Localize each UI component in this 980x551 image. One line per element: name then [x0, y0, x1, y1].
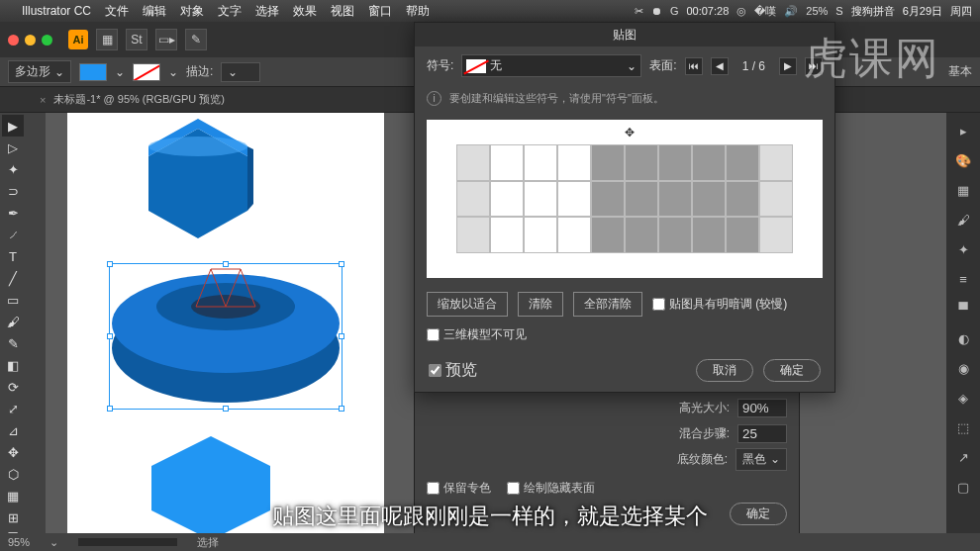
- draw-hidden-checkbox[interactable]: 绘制隐藏表面: [507, 480, 595, 497]
- preserve-spot-checkbox[interactable]: 保留专色: [427, 480, 491, 497]
- mesh-tool[interactable]: ⊞: [2, 506, 24, 528]
- rotate-tool[interactable]: ⟳: [2, 376, 24, 398]
- ok-button[interactable]: 确定: [763, 359, 821, 382]
- clear-button[interactable]: 清除: [518, 292, 563, 317]
- appearance-panel-icon[interactable]: ◉: [951, 356, 975, 380]
- properties-panel-icon[interactable]: ▸: [951, 119, 975, 142]
- preview-checkbox[interactable]: 预览: [429, 360, 477, 381]
- highlight-size-input[interactable]: [737, 399, 787, 417]
- window-controls: [8, 35, 52, 46]
- menu-effect[interactable]: 效果: [293, 3, 317, 20]
- menu-select[interactable]: 选择: [255, 3, 279, 20]
- scissors-icon[interactable]: ✂: [635, 5, 643, 18]
- rectangle-tool[interactable]: ▭: [2, 289, 24, 311]
- fill-swatch[interactable]: [79, 63, 107, 81]
- menu-help[interactable]: 帮助: [406, 3, 430, 20]
- cloud-icon[interactable]: ✎: [185, 29, 207, 50]
- selection-mode: 选择: [197, 535, 219, 550]
- cc-icon[interactable]: ◎: [736, 5, 746, 18]
- scale-to-fit-button[interactable]: 缩放以适合: [427, 292, 508, 317]
- line-tool[interactable]: ╱: [2, 267, 24, 289]
- scale-tool[interactable]: ⤢: [2, 398, 24, 419]
- asset-export-panel-icon[interactable]: ↗: [951, 445, 975, 469]
- symbols-panel-icon[interactable]: ✦: [951, 237, 975, 261]
- symbol-dropdown[interactable]: 无 ⌄: [461, 54, 641, 77]
- map-art-preview[interactable]: ✥: [427, 120, 823, 278]
- menu-file[interactable]: 文件: [105, 3, 129, 20]
- perspective-tool[interactable]: ▦: [2, 485, 24, 506]
- artboards-panel-icon[interactable]: ▢: [951, 475, 975, 499]
- layers-panel-icon[interactable]: ⬚: [951, 415, 975, 439]
- minimize-window-button[interactable]: [25, 35, 36, 46]
- menu-object[interactable]: 对象: [180, 3, 204, 20]
- menu-edit[interactable]: 编辑: [143, 3, 166, 20]
- battery-icon[interactable]: 25%: [806, 5, 828, 17]
- prev-surface-button[interactable]: ◀: [711, 57, 729, 75]
- ime-icon[interactable]: S: [835, 5, 842, 17]
- menu-window[interactable]: 窗口: [368, 3, 392, 20]
- menubar-day[interactable]: 周四: [950, 4, 972, 19]
- stroke-panel-icon[interactable]: ≡: [951, 267, 975, 291]
- blend-steps-label: 混合步骤:: [679, 425, 730, 442]
- free-transform-tool[interactable]: ✥: [2, 441, 24, 463]
- hexagon-flat-shape: [147, 431, 275, 533]
- lasso-tool[interactable]: ⊃: [2, 180, 24, 202]
- scrollbar-horizontal[interactable]: [78, 538, 177, 546]
- cancel-button[interactable]: 取消: [696, 359, 753, 382]
- revolve-shape[interactable]: [107, 259, 344, 417]
- chevron-down-icon: ⌄: [49, 536, 58, 549]
- paintbrush-tool[interactable]: 🖌: [2, 311, 24, 332]
- shape-builder-tool[interactable]: ⬡: [2, 463, 24, 485]
- stroke-weight-input[interactable]: ⌄: [221, 62, 260, 82]
- right-panel-dock: ▸ 🎨 ▦ 🖌 ✦ ≡ ▀ ◐ ◉ ◈ ⬚ ↗ ▢: [946, 113, 980, 533]
- clear-all-button[interactable]: 全部清除: [573, 292, 642, 317]
- ime-label[interactable]: 搜狗拼音: [851, 4, 895, 19]
- dialog-title: 贴图: [415, 23, 834, 46]
- info-text: 要创建和编辑这些符号，请使用"符号"面板。: [449, 91, 664, 106]
- next-surface-button[interactable]: ▶: [779, 57, 797, 75]
- color-panel-icon[interactable]: 🎨: [951, 148, 975, 172]
- menu-type[interactable]: 文字: [218, 3, 242, 20]
- timer-value: 00:07:28: [686, 5, 729, 17]
- stroke-swatch[interactable]: [133, 63, 160, 81]
- stroke-label: 描边:: [186, 63, 213, 80]
- width-tool[interactable]: ⊿: [2, 419, 24, 441]
- graphic-styles-panel-icon[interactable]: ◈: [951, 386, 975, 410]
- close-tab-icon[interactable]: ×: [40, 94, 46, 106]
- menubar-date[interactable]: 6月29日: [903, 4, 942, 19]
- maximize-window-button[interactable]: [42, 35, 52, 46]
- pen-tool[interactable]: ✒: [2, 202, 24, 224]
- volume-icon[interactable]: 🔊: [784, 5, 798, 18]
- surface-label: 表面:: [649, 57, 676, 74]
- magic-wand-tool[interactable]: ✦: [2, 158, 24, 180]
- swatches-panel-icon[interactable]: ▦: [951, 178, 975, 202]
- symbol-label: 符号:: [427, 57, 453, 74]
- wifi-icon[interactable]: �嘆: [754, 4, 776, 19]
- curvature-tool[interactable]: ⟋: [2, 224, 24, 245]
- shade-artwork-checkbox[interactable]: 贴图具有明暗调 (较慢): [652, 296, 787, 313]
- record-icon[interactable]: ⏺: [651, 5, 662, 17]
- app-name[interactable]: Illustrator CC: [22, 4, 91, 18]
- shading-color-dropdown[interactable]: 黑色 ⌄: [735, 448, 787, 471]
- type-tool[interactable]: T: [2, 245, 24, 267]
- stock-icon[interactable]: St: [126, 29, 147, 50]
- revolve-ok-button[interactable]: 确定: [730, 503, 787, 525]
- gradient-panel-icon[interactable]: ▀: [951, 297, 975, 321]
- invisible-geometry-checkbox[interactable]: 三维模型不可见: [427, 326, 527, 343]
- menu-view[interactable]: 视图: [331, 3, 354, 20]
- arrange-icon[interactable]: ▭▸: [155, 29, 177, 50]
- first-surface-button[interactable]: ⏮: [685, 57, 703, 75]
- blend-steps-input[interactable]: [737, 424, 787, 443]
- last-surface-button[interactable]: ⏭: [805, 57, 823, 75]
- selection-tool[interactable]: ▶: [2, 115, 24, 137]
- eraser-tool[interactable]: ◧: [2, 354, 24, 376]
- shaper-tool[interactable]: ✎: [2, 332, 24, 354]
- direct-selection-tool[interactable]: ▷: [2, 137, 24, 158]
- transparency-panel-icon[interactable]: ◐: [951, 326, 975, 350]
- zoom-level[interactable]: 95%: [8, 536, 30, 548]
- shape-type-dropdown[interactable]: 多边形 ⌄: [8, 60, 71, 83]
- bridge-icon[interactable]: ▦: [96, 29, 118, 50]
- close-window-button[interactable]: [8, 35, 19, 46]
- brushes-panel-icon[interactable]: 🖌: [951, 208, 975, 231]
- document-tab[interactable]: 未标题-1* @ 95% (RGB/GPU 预览): [53, 92, 225, 107]
